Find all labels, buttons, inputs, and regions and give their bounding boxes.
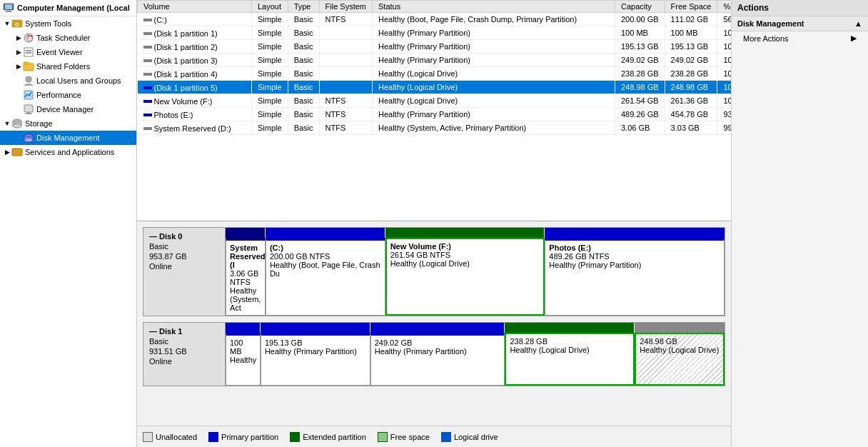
legend-box-primary <box>208 432 218 442</box>
cell-fs: NTFS <box>319 121 372 135</box>
vol-icon-rect <box>143 19 152 21</box>
cell-pct: 100 % <box>717 67 731 81</box>
disk0-part-c-size: 200.00 GB NTFS <box>270 252 381 261</box>
sidebar-item-disk-management[interactable]: Disk Management <box>0 131 136 145</box>
cell-capacity: 489.26 GB <box>615 108 665 121</box>
disk1-bar-seg1 <box>226 323 261 333</box>
cell-type: Basic <box>288 54 319 67</box>
legend-box-unallocated <box>143 432 153 442</box>
cell-pct: 100 % <box>717 94 731 108</box>
sidebar-item-event-viewer[interactable]: ▶ Event Viewer <box>0 45 136 59</box>
table-row[interactable]: (Disk 1 partition 4) Simple Basic Health… <box>138 67 732 81</box>
disk0-part-f-status: Healthy (Logical Drive) <box>390 259 540 268</box>
disk1-part4-status: Healthy (Logical Drive) <box>510 346 630 354</box>
table-row[interactable]: (Disk 1 partition 1) Simple Basic Health… <box>138 26 732 40</box>
disk1-bar-seg5 <box>635 323 725 333</box>
expander-system-tools[interactable]: ▼ <box>3 20 11 27</box>
cell-capacity: 248.98 GB <box>615 81 665 94</box>
col-type[interactable]: Type <box>288 1 319 13</box>
performance-label: Performance <box>36 91 81 99</box>
disk1-status: Online <box>149 357 219 366</box>
vol-icon-rect <box>143 32 152 35</box>
col-filesystem[interactable]: File System <box>319 1 372 13</box>
disk1-type: Basic <box>149 337 219 346</box>
sidebar-item-device-manager[interactable]: Device Manager <box>0 102 136 116</box>
disk0-part-sysres-size: 3.06 GB NTFS <box>230 269 261 286</box>
disk1-part2-size: 195.13 GB <box>265 338 366 347</box>
cell-status: Healthy (Primary Partition) <box>373 26 615 40</box>
sidebar-header: Computer Management (Local <box>0 0 136 16</box>
disk1-part1[interactable]: 100 MB Healthy <box>226 333 261 386</box>
disk0-part-f-name: New Volume (F:) <box>390 242 540 251</box>
cell-volume: (C:) <box>138 13 252 26</box>
sidebar-item-system-tools[interactable]: ▼ ⚙ System Tools <box>0 16 136 31</box>
sidebar-item-local-users[interactable]: Local Users and Groups <box>0 74 136 88</box>
col-status[interactable]: Status <box>373 1 615 13</box>
table-row[interactable]: (Disk 1 partition 5) Simple Basic Health… <box>138 81 732 94</box>
local-users-icon <box>23 75 34 86</box>
col-freespace[interactable]: Free Space <box>665 1 717 13</box>
table-row[interactable]: Photos (E:) Simple Basic NTFS Healthy (P… <box>138 108 732 121</box>
col-pctfree[interactable]: % Free <box>717 1 731 13</box>
disk1-part4[interactable]: 238.28 GB Healthy (Logical Drive) <box>505 333 635 386</box>
cell-layout: Simple <box>252 40 288 54</box>
disk0-part-c-name: (C:) <box>270 243 381 252</box>
sidebar-item-shared-folders[interactable]: ▶ Shared Folders <box>0 59 136 74</box>
table-row[interactable]: (Disk 1 partition 2) Simple Basic Health… <box>138 40 732 54</box>
disk0-part-c[interactable]: (C:) 200.00 GB NTFS Healthy (Boot, Page … <box>266 238 385 316</box>
table-row[interactable]: (C:) Simple Basic NTFS Healthy (Boot, Pa… <box>138 13 732 26</box>
cell-layout: Simple <box>252 67 288 81</box>
cell-type: Basic <box>288 67 319 81</box>
legend-logical: Logical drive <box>441 432 498 442</box>
cell-pct: 100 % <box>717 81 731 94</box>
disk0-bar-seg4 <box>545 228 725 238</box>
disk0-size: 953.87 GB <box>149 252 219 261</box>
sidebar-item-performance[interactable]: Performance <box>0 88 136 102</box>
disk0-top-bar <box>226 228 725 238</box>
col-volume[interactable]: Volume <box>138 1 252 13</box>
table-row[interactable]: (Disk 1 partition 3) Simple Basic Health… <box>138 54 732 67</box>
disk1-part3[interactable]: 249.02 GB Healthy (Primary Partition) <box>370 333 505 386</box>
legend-primary: Primary partition <box>208 432 278 442</box>
disk1-row: — Disk 1 Basic 931.51 GB Online 100 MB H… <box>143 322 725 386</box>
vol-icon-rect <box>143 127 152 130</box>
disk0-part-e[interactable]: Photos (E:) 489.26 GB NTFS Healthy (Prim… <box>545 238 725 316</box>
actions-more-label: More Actions <box>743 34 789 43</box>
disk0-part-f[interactable]: New Volume (F:) 261.54 GB NTFS Healthy (… <box>385 238 545 316</box>
disk1-part5[interactable]: 248.98 GB Healthy (Logical Drive) <box>635 333 725 386</box>
cell-capacity: 195.13 GB <box>615 40 665 54</box>
table-row[interactable]: New Volume (F:) Simple Basic NTFS Health… <box>138 94 732 108</box>
cell-type: Basic <box>288 26 319 40</box>
disk1-size: 931.51 GB <box>149 347 219 356</box>
disk0-bar-seg2 <box>266 228 385 238</box>
cell-volume: (Disk 1 partition 5) <box>138 81 252 94</box>
svg-rect-17 <box>25 114 32 114</box>
sidebar-item-storage[interactable]: ▼ Storage <box>0 116 136 131</box>
sidebar-item-task-scheduler[interactable]: ▶ ⏰ Task Scheduler <box>0 31 136 45</box>
svg-rect-16 <box>26 112 31 114</box>
cell-capacity: 238.28 GB <box>615 67 665 81</box>
cell-volume: Photos (E:) <box>138 108 252 121</box>
actions-collapse-icon: ▲ <box>854 19 862 28</box>
svg-rect-1 <box>5 4 12 9</box>
sidebar-item-services-apps[interactable]: ▶ Services and Applications <box>0 145 136 159</box>
col-capacity[interactable]: Capacity <box>615 1 665 13</box>
actions-more-actions-item[interactable]: More Actions ▶ <box>732 31 868 45</box>
disk1-name: — Disk 1 <box>149 327 219 336</box>
disk0-part-sysres[interactable]: System Reserved (I 3.06 GB NTFS Healthy … <box>226 238 266 316</box>
disk1-part4-size: 238.28 GB <box>510 337 630 346</box>
cell-volume: (Disk 1 partition 1) <box>138 26 252 40</box>
cell-volume: (Disk 1 partition 3) <box>138 54 252 67</box>
actions-header: Actions <box>732 0 868 16</box>
cell-pct: 100 % <box>717 40 731 54</box>
cell-fs <box>319 81 372 94</box>
disk1-part2[interactable]: 195.13 GB Healthy (Primary Partition) <box>261 333 370 386</box>
disk0-partitions: System Reserved (I 3.06 GB NTFS Healthy … <box>226 228 725 316</box>
col-layout[interactable]: Layout <box>252 1 288 13</box>
table-row[interactable]: System Reserved (D:) Simple Basic NTFS H… <box>138 121 732 135</box>
actions-disk-management-section[interactable]: Disk Management ▲ <box>732 16 868 31</box>
disk1-bar-seg3 <box>370 323 505 333</box>
disk1-bar-seg4 <box>505 323 635 333</box>
cell-status: Healthy (Primary Partition) <box>373 108 615 121</box>
cell-fs <box>319 67 372 81</box>
